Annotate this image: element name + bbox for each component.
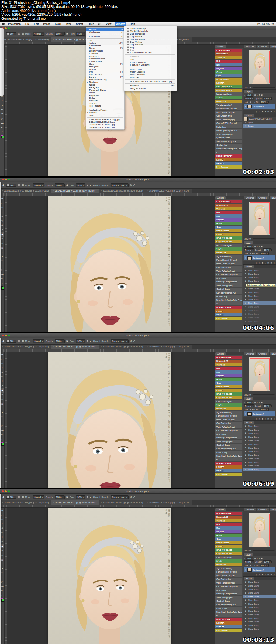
menu-item[interactable]: Match Location [124, 70, 177, 73]
action-item[interactable]: Custom RGB to Grayscale [215, 585, 242, 588]
layers-tab[interactable]: Layers [244, 241, 253, 244]
document-tab[interactable]: ×3S3A5076SUEBRYCE.jpg @ 33.3% (RGB/8) [99, 345, 145, 349]
panel-tab-navigator[interactable]: Navigator [270, 45, 276, 48]
action-item[interactable]: DARKER [215, 313, 242, 316]
panel-tab-swatches[interactable]: Swatches [244, 352, 256, 355]
action-item[interactable]: Yellow 10 [215, 363, 242, 366]
close-tab-icon[interactable]: × [2, 190, 3, 192]
menu-item[interactable]: Minimize^⌘M [124, 84, 177, 87]
fill-select[interactable]: 100%▾ [260, 252, 269, 255]
fill-select[interactable]: 100%▾ [260, 101, 269, 104]
action-item[interactable]: Quadrant Colors [215, 599, 242, 603]
menu-item[interactable]: Float All in Windows [124, 64, 177, 66]
menu-item[interactable]: 3D [86, 39, 124, 42]
history-step-row[interactable]: ♟Clone Stamp [243, 450, 276, 453]
history-step-row[interactable]: ♟Clone Stamp [243, 580, 276, 584]
airbrush-icon[interactable]: ≋ [86, 340, 88, 342]
filter-type-icon[interactable]: T [259, 94, 260, 96]
toggle-brush-panel-icon[interactable]: ▤ [18, 32, 20, 35]
history-step-row[interactable]: ♟Clone Stamp [243, 316, 276, 319]
airbrush-icon[interactable]: ≋ [86, 184, 88, 186]
new-group-icon[interactable]: ▤ [267, 574, 269, 576]
lock-pixels-icon[interactable]: ▦ [250, 101, 251, 103]
pressure-opacity-icon[interactable]: ◉ [66, 184, 68, 186]
action-item[interactable]: Make Clip Path (selection) [215, 436, 242, 439]
flow-select[interactable]: 50%▾ [76, 183, 85, 187]
layers-tab[interactable]: Layers [244, 553, 253, 556]
background-color-swatch[interactable] [1, 136, 4, 138]
zoom-window-button[interactable] [8, 490, 10, 492]
filter-pixel-icon[interactable]: ▦ [254, 557, 256, 560]
flow-select[interactable]: 50%▾ [76, 339, 85, 343]
action-item[interactable]: Water Reflection (type) [215, 118, 242, 121]
history-step-row[interactable]: ♟Clone Stamp [243, 268, 276, 272]
action-item[interactable]: More Contrast [215, 229, 242, 232]
zoom-level-value[interactable]: 33.33% [244, 394, 251, 396]
mode-select[interactable]: Normal▾ [33, 339, 44, 343]
action-item[interactable]: Cyan [215, 381, 242, 385]
dodge-tool-icon[interactable]: ◑ [0, 103, 4, 108]
action-item[interactable]: Magenta [215, 374, 242, 377]
navigator-proxy-rect[interactable] [250, 358, 270, 390]
history-step-row[interactable]: ♟Clone Stamp [243, 598, 276, 602]
action-item[interactable]: LIGHTER [215, 309, 242, 313]
layer-mask-icon[interactable]: ◧ [262, 574, 264, 576]
history-step-row[interactable]: ♟Clone Stamp [243, 446, 276, 449]
menu-item[interactable]: ▦2-up Horizontal [124, 33, 177, 35]
action-item[interactable]: SAVE AND CLOSE [215, 236, 242, 240]
opacity-select[interactable]: 100%▾ [55, 183, 65, 187]
visibility-eye-icon[interactable]: ◉ [245, 105, 246, 108]
hand-tool-icon[interactable]: ☛ [0, 125, 4, 130]
history-step-row[interactable]: ♟Clone Stamp [243, 461, 276, 464]
link-layers-icon[interactable]: ⛓ [256, 262, 258, 264]
action-item[interactable]: Rotate Left [215, 407, 242, 410]
window-titlebar[interactable]: Adobe Photoshop CC [0, 489, 276, 494]
action-item[interactable]: Quadrant Colors [215, 136, 242, 139]
menu-item[interactable]: Tile [124, 58, 177, 61]
close-tab-icon[interactable]: × [147, 346, 148, 348]
zoom-window-button[interactable] [8, 335, 10, 336]
pressure-opacity-icon[interactable]: ◉ [66, 32, 68, 35]
link-layers-icon[interactable]: ⛓ [256, 574, 258, 576]
filter-pixel-icon[interactable]: ▦ [254, 246, 256, 248]
action-item[interactable]: Frame Channel - 50 pixel [215, 258, 242, 262]
sample-select[interactable]: Current Layer▾ [111, 339, 129, 343]
zoom-tool-icon[interactable]: ⌕ [0, 130, 4, 134]
document-tab[interactable]: ×3S3A5070SUEBRYCE.jpg @ 33.3% (RGB/8) * [51, 500, 99, 505]
menu-item[interactable]: ▦2-up Vertical [124, 35, 177, 38]
action-item[interactable]: Rotate Left [215, 100, 242, 103]
minimize-window-button[interactable] [5, 335, 7, 336]
action-item[interactable]: Wood Frame - 50 pixel [215, 111, 242, 114]
actions-tab[interactable]: Actions [215, 508, 226, 511]
action-item[interactable]: MORE CONTRAST [215, 618, 242, 621]
navigator-thumbnail[interactable] [249, 357, 270, 391]
menu-item[interactable]: 3S3A5076SUEBRYCE.jpg [86, 123, 124, 126]
mode-select[interactable]: Normal▾ [33, 495, 44, 499]
photo-document[interactable]: image is for sue bryce photoshop trainin… [48, 196, 171, 332]
layer-mask-icon[interactable]: ◧ [262, 262, 264, 264]
action-item[interactable]: Mixer Brush Cloning Paint Setup [215, 454, 242, 458]
layers-opacity-select[interactable]: 100%▾ [263, 248, 272, 251]
history-step-row[interactable]: ♟Clone Stamp [243, 442, 276, 446]
toggle-clone-source-icon[interactable]: ▦ [22, 496, 24, 498]
history-step-row[interactable]: ♟Clone Stamp [243, 602, 276, 605]
airbrush-icon[interactable]: ≋ [86, 496, 88, 498]
history-step-row[interactable]: ♟Clone Stamp [243, 424, 276, 428]
navigator-thumbnail[interactable] [249, 50, 270, 84]
ignore-adjustment-layers-icon[interactable]: ⊘ [130, 496, 132, 498]
action-item[interactable]: Vignette (selection) [215, 255, 242, 258]
menu-type[interactable]: Type [65, 22, 73, 26]
action-item[interactable]: Molten Lead [215, 588, 242, 592]
menu-item[interactable]: Bring All to Front [124, 87, 177, 90]
close-tab-icon[interactable]: × [101, 190, 102, 192]
layers-opacity-select[interactable]: 100%▾ [263, 560, 272, 563]
menu-item[interactable]: New Window for 3S3A5070SUEBRYCE.jpg [124, 80, 177, 83]
history-step-row[interactable]: ♟Clone Stamp [243, 624, 276, 627]
menu-item[interactable]: Brush Presets [86, 50, 124, 52]
menu-item[interactable]: Float in Window [124, 61, 177, 64]
menu-item[interactable]: 3S3A5070SUEBRYCE copy.jpg [86, 118, 124, 121]
navigator-proxy-rect[interactable] [250, 202, 270, 234]
new-layer-icon[interactable]: ▦ [271, 262, 272, 264]
filter-adjustment-icon[interactable]: ◐ [257, 94, 258, 96]
actions-tab[interactable]: Actions [215, 196, 226, 199]
